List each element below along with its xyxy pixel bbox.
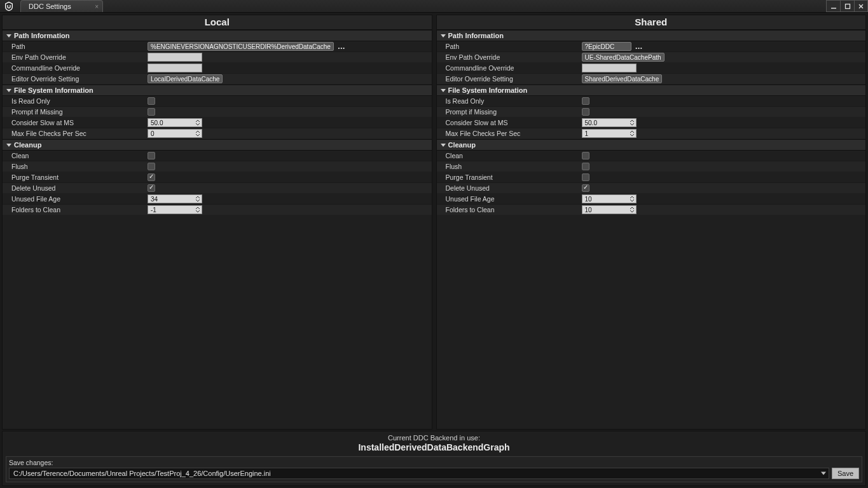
label-age: Unused File Age (437, 195, 582, 203)
column-local-body: Path Information Path %ENGINEVERSIONAGNO… (3, 30, 432, 429)
save-path-combo[interactable]: C:/Users/Terence/Documents/Unreal Projec… (9, 468, 829, 479)
row-shared-flush: Flush (437, 161, 866, 172)
label-slow: Consider Slow at MS (437, 119, 582, 126)
cmd-override-field[interactable] (582, 64, 637, 72)
label-delete: Delete Unused (3, 184, 148, 192)
spin-slow[interactable]: 50.0 (582, 118, 637, 127)
minimize-button[interactable] (826, 0, 840, 12)
editor-override-field[interactable]: LocalDerivedDataCache (148, 74, 223, 83)
spin-maxchecks[interactable]: 0 (148, 129, 202, 138)
spinner-handle-icon[interactable] (629, 130, 635, 137)
checkbox-purge[interactable] (582, 173, 589, 181)
row-local-path: Path %ENGINEVERSIONAGNOSTICUSERDIR%Deriv… (3, 41, 432, 52)
spinner-handle-icon[interactable] (629, 207, 635, 213)
spin-maxchecks[interactable]: 1 (582, 129, 637, 138)
section-header-fs-info[interactable]: File System Information (437, 85, 866, 96)
checkbox-flush[interactable] (148, 163, 155, 170)
row-shared-maxchecks: Max File Checks Per Sec 1 (437, 128, 866, 139)
env-override-field[interactable]: UE-SharedDataCachePath (582, 53, 665, 62)
column-local: Local Path Information Path %ENGINEVERSI… (2, 15, 432, 430)
editor-override-field[interactable]: SharedDerivedDataCache (582, 74, 663, 83)
window-controls (826, 0, 868, 12)
label-cmd-override: Commandline Override (437, 64, 582, 72)
section-title: Path Information (14, 32, 69, 39)
label-editor-override: Editor Override Setting (437, 75, 582, 83)
row-shared-prompt: Prompt if Missing (437, 107, 866, 118)
checkbox-purge[interactable] (148, 173, 155, 181)
close-icon[interactable]: × (95, 3, 99, 10)
tab-ddc-settings[interactable]: DDC Settings × (20, 0, 103, 12)
cmd-override-field[interactable] (148, 64, 202, 72)
spinner-handle-icon[interactable] (195, 196, 201, 202)
section-local-path-info: Path Information Path %ENGINEVERSIONAGNO… (3, 30, 432, 85)
chevron-down-icon (6, 34, 11, 37)
label-age: Unused File Age (3, 195, 148, 203)
row-local-age: Unused File Age 34 (3, 194, 432, 205)
section-title: File System Information (14, 86, 93, 94)
spin-age[interactable]: 10 (582, 194, 637, 203)
spin-folders[interactable]: -1 (148, 205, 202, 214)
backend-label: Current DDC Backend in use: (6, 434, 862, 442)
path-field[interactable]: ?EpicDDC (582, 42, 631, 51)
section-header-fs-info[interactable]: File System Information (3, 85, 432, 96)
row-shared-cmd-override: Commandline Override (437, 63, 866, 74)
maximize-button[interactable] (840, 0, 854, 12)
label-folders: Folders to Clean (437, 206, 582, 214)
section-header-cleanup[interactable]: Cleanup (437, 139, 866, 151)
row-shared-slow: Consider Slow at MS 50.0 (437, 118, 866, 128)
checkbox-prompt[interactable] (582, 108, 589, 116)
label-editor-override: Editor Override Setting (3, 75, 148, 83)
spinner-handle-icon[interactable] (629, 196, 635, 202)
row-local-env-override: Env Path Override (3, 52, 432, 63)
close-button[interactable] (854, 0, 868, 12)
label-clean: Clean (3, 152, 148, 159)
column-shared-body: Path Information Path ?EpicDDC … Env Pat… (437, 30, 866, 429)
section-title: Path Information (448, 32, 504, 39)
row-local-slow: Consider Slow at MS 50.0 (3, 118, 432, 128)
save-button[interactable]: Save (832, 468, 859, 479)
checkbox-delete[interactable] (582, 184, 589, 192)
svg-rect-1 (845, 4, 850, 8)
label-slow: Consider Slow at MS (3, 119, 148, 126)
label-readonly: Is Read Only (437, 97, 582, 105)
section-header-cleanup[interactable]: Cleanup (3, 139, 432, 151)
label-delete: Delete Unused (437, 184, 582, 192)
row-local-cmd-override: Commandline Override (3, 63, 432, 74)
spin-age[interactable]: 34 (148, 194, 202, 203)
spin-folders[interactable]: 10 (582, 205, 637, 214)
label-readonly: Is Read Only (3, 97, 148, 105)
row-shared-clean: Clean (437, 151, 866, 161)
checkbox-delete[interactable] (148, 184, 155, 192)
path-field[interactable]: %ENGINEVERSIONAGNOSTICUSERDIR%DerivedDat… (148, 42, 334, 51)
label-env-override: Env Path Override (437, 53, 582, 61)
label-path: Path (437, 43, 582, 50)
spinner-handle-icon[interactable] (195, 130, 201, 137)
checkbox-readonly[interactable] (582, 97, 589, 105)
spinner-handle-icon[interactable] (195, 119, 201, 126)
section-local-fs-info: File System Information Is Read Only Pro… (3, 85, 432, 139)
row-shared-age: Unused File Age 10 (437, 194, 866, 205)
section-title: Cleanup (14, 141, 41, 149)
row-shared-env-override: Env Path Override UE-SharedDataCachePath (437, 52, 866, 63)
env-override-field[interactable] (148, 53, 202, 62)
section-header-path-info[interactable]: Path Information (3, 30, 432, 41)
checkbox-prompt[interactable] (148, 108, 155, 116)
columns: Local Path Information Path %ENGINEVERSI… (0, 13, 868, 430)
spinner-handle-icon[interactable] (195, 207, 201, 213)
column-local-title: Local (3, 15, 432, 30)
label-prompt: Prompt if Missing (437, 108, 582, 116)
checkbox-readonly[interactable] (148, 97, 155, 105)
section-header-path-info[interactable]: Path Information (437, 30, 866, 41)
checkbox-clean[interactable] (582, 152, 589, 159)
column-shared-title: Shared (437, 15, 866, 30)
label-maxchecks: Max File Checks Per Sec (3, 130, 148, 137)
checkbox-clean[interactable] (148, 152, 155, 159)
row-local-clean: Clean (3, 151, 432, 161)
section-local-cleanup: Cleanup Clean Flush Purge Transient (3, 139, 432, 215)
checkbox-flush[interactable] (582, 163, 589, 170)
column-shared: Shared Path Information Path ?EpicDDC … (436, 15, 867, 430)
browse-button[interactable]: … (634, 42, 643, 51)
spin-slow[interactable]: 50.0 (148, 118, 202, 127)
spinner-handle-icon[interactable] (629, 119, 635, 126)
browse-button[interactable]: … (336, 42, 345, 51)
